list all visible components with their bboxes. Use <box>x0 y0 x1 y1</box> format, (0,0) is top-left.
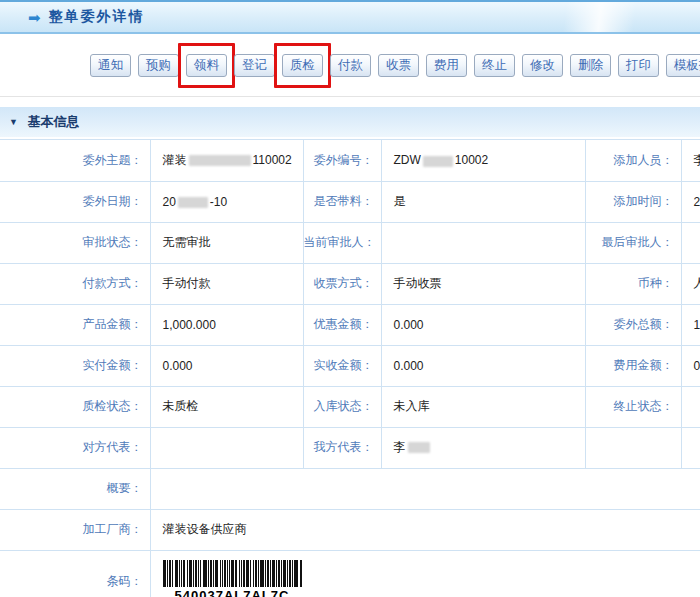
field-label: 是否带料： <box>303 181 381 222</box>
table-row: 条码：540037AL7AL7C <box>0 550 700 597</box>
field-value: 无需审批 <box>150 222 303 263</box>
field-value: 0.000 <box>381 345 585 386</box>
table-row: 实付金额：0.000实收金额：0.000费用金额：0. <box>0 345 700 386</box>
field-value: 李 <box>681 140 700 181</box>
detail-table-wrap: 委外主题：灌装110002委外编号：ZDW10002添加人员：李委外日期：20-… <box>0 139 700 597</box>
redacted-blur <box>408 442 430 453</box>
field-value: 20 <box>681 181 700 222</box>
collapse-triangle-icon[interactable]: ▼ <box>9 107 18 137</box>
table-row: 委外日期：20-10是否带料：是添加时间：20 <box>0 181 700 222</box>
field-value: 人 <box>681 263 700 304</box>
table-row: 委外主题：灌装110002委外编号：ZDW10002添加人员：李 <box>0 140 700 181</box>
field-label: 概要： <box>0 468 150 509</box>
toolbar-button[interactable]: 修改 <box>522 54 563 77</box>
value-text: 灌装 <box>163 153 187 167</box>
field-value: 灌装110002 <box>150 140 303 181</box>
value-text: 0. <box>694 359 700 373</box>
toolbar-button-wrap: 收票 <box>378 54 419 77</box>
field-label: 收票方式： <box>303 263 381 304</box>
field-label: 入库状态： <box>303 386 381 427</box>
field-label: 付款方式： <box>0 263 150 304</box>
toolbar-button[interactable]: 费用 <box>426 54 467 77</box>
page-header: ➡ 整单委外详情 <box>0 0 700 34</box>
table-row: 付款方式：手动付款收票方式：手动收票币种：人 <box>0 263 700 304</box>
divider-gap <box>0 97 700 107</box>
field-value: 0.000 <box>381 304 585 345</box>
field-value <box>681 427 700 468</box>
field-label: 费用金额： <box>585 345 681 386</box>
value-text: ZDW <box>394 153 421 167</box>
toolbar-button[interactable]: 收票 <box>378 54 419 77</box>
value-text: 灌装设备供应商 <box>163 522 247 536</box>
field-value: 0.000 <box>150 345 303 386</box>
section-basic-info: ▼ 基本信息 <box>0 107 700 137</box>
field-value: 未质检 <box>150 386 303 427</box>
table-row: 产品金额：1,000.000优惠金额：0.000委外总额：1, <box>0 304 700 345</box>
toolbar-button[interactable]: 质检 <box>282 54 323 77</box>
toolbar-button-wrap: 预购 <box>138 54 179 77</box>
toolbar-button-wrap: 费用 <box>426 54 467 77</box>
field-value: 手动收票 <box>381 263 585 304</box>
toolbar-button[interactable]: 通知 <box>90 54 131 77</box>
barcode-image <box>163 560 302 587</box>
value-text: 人 <box>694 276 700 290</box>
toolbar-button-wrap: 模板打印 <box>666 54 700 77</box>
field-value: 1, <box>681 304 700 345</box>
value-text: 李 <box>694 153 700 167</box>
field-label: 产品金额： <box>0 304 150 345</box>
table-row: 概要： <box>0 468 700 509</box>
field-value <box>381 222 585 263</box>
toolbar-button[interactable]: 模板打印 <box>666 54 700 77</box>
field-label <box>585 427 681 468</box>
toolbar-button[interactable]: 登记 <box>234 54 275 77</box>
table-row: 对方代表：我方代表：李 <box>0 427 700 468</box>
table-row: 审批状态：无需审批当前审批人：最后审批人： <box>0 222 700 263</box>
value-text: 未入库 <box>394 399 430 413</box>
field-label: 委外编号： <box>303 140 381 181</box>
value-text: 0.000 <box>394 318 424 332</box>
field-value: 0. <box>681 345 700 386</box>
value-text: 10002 <box>455 153 488 167</box>
field-value: 灌装设备供应商 <box>150 509 700 550</box>
field-value <box>681 386 700 427</box>
field-value: 1,000.000 <box>150 304 303 345</box>
field-label: 我方代表： <box>303 427 381 468</box>
field-value: 李 <box>381 427 585 468</box>
field-label: 实付金额： <box>0 345 150 386</box>
field-label: 终止状态： <box>585 386 681 427</box>
toolbar-button-wrap: 打印 <box>618 54 659 77</box>
field-value <box>681 222 700 263</box>
field-label: 质检状态： <box>0 386 150 427</box>
toolbar-button[interactable]: 付款 <box>330 54 371 77</box>
field-label: 委外日期： <box>0 181 150 222</box>
field-value <box>150 468 700 509</box>
toolbar: 通知预购领料登记质检付款收票费用终止修改删除打印模板打印 <box>0 34 700 97</box>
value-text: 20 <box>694 195 700 209</box>
value-text: 手动付款 <box>163 276 211 290</box>
value-text: 无需审批 <box>163 235 211 249</box>
toolbar-button[interactable]: 删除 <box>570 54 611 77</box>
field-label: 委外总额： <box>585 304 681 345</box>
value-text: 1, <box>694 318 700 332</box>
field-value: 未入库 <box>381 386 585 427</box>
field-value: 20-10 <box>150 181 303 222</box>
redacted-blur <box>423 156 453 167</box>
value-text: 110002 <box>253 153 292 167</box>
value-text: 20 <box>163 195 176 209</box>
toolbar-button[interactable]: 打印 <box>618 54 659 77</box>
section-title: 基本信息 <box>28 114 80 129</box>
toolbar-button-wrap: 修改 <box>522 54 563 77</box>
field-label: 条码： <box>0 550 150 597</box>
value-text: 0.000 <box>163 359 193 373</box>
value-text: 0.000 <box>394 359 424 373</box>
value-text: 李 <box>394 440 406 454</box>
toolbar-button[interactable]: 终止 <box>474 54 515 77</box>
toolbar-button[interactable]: 领料 <box>186 54 227 77</box>
toolbar-button-wrap: 付款 <box>330 54 371 77</box>
field-label: 添加人员： <box>585 140 681 181</box>
field-label: 当前审批人： <box>303 222 381 263</box>
field-label: 最后审批人： <box>585 222 681 263</box>
field-label: 审批状态： <box>0 222 150 263</box>
form-table: 委外主题：灌装110002委外编号：ZDW10002添加人员：李委外日期：20-… <box>0 140 700 597</box>
toolbar-button[interactable]: 预购 <box>138 54 179 77</box>
